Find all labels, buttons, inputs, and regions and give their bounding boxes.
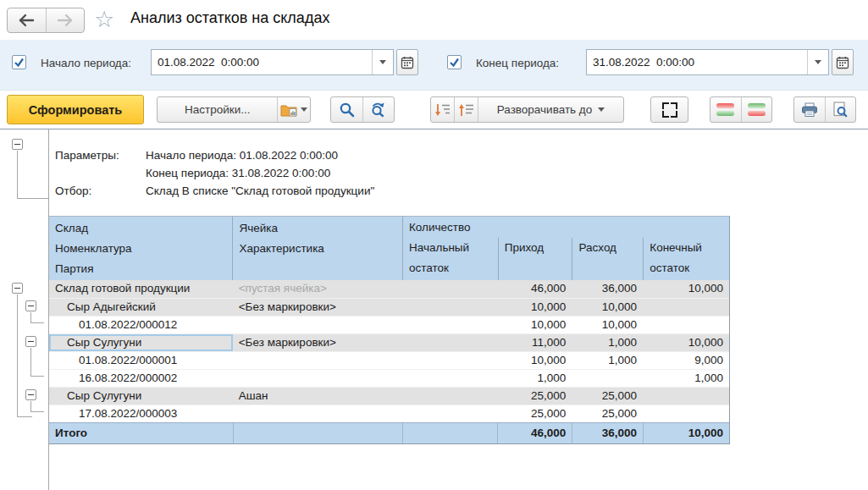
- cell-opening[interactable]: [402, 388, 497, 405]
- cell-closing[interactable]: [643, 388, 729, 405]
- start-period-calendar-button[interactable]: [396, 49, 418, 75]
- cell-opening[interactable]: [402, 405, 497, 422]
- cell-bin[interactable]: [233, 352, 403, 369]
- start-period-checkbox[interactable]: [12, 55, 26, 69]
- cell-inflow[interactable]: 1,000: [497, 370, 572, 387]
- table-row[interactable]: 16.08.2022/0000021,0001,000: [49, 369, 729, 387]
- print-preview-button[interactable]: [825, 97, 856, 122]
- settings-button[interactable]: Настройки...: [158, 97, 277, 122]
- tree-collapse-toggle-warehouse[interactable]: [12, 283, 23, 294]
- cell-bin[interactable]: [233, 317, 403, 333]
- total-outflow[interactable]: 36,000: [572, 423, 643, 443]
- forward-button[interactable]: [46, 8, 85, 32]
- search-next-button[interactable]: [362, 97, 395, 122]
- cell-closing[interactable]: 9,000: [643, 352, 729, 369]
- cell-opening[interactable]: [402, 334, 497, 351]
- cell-name[interactable]: Сыр Адыгейский: [49, 299, 233, 316]
- cell-opening[interactable]: [402, 370, 497, 387]
- end-period-input[interactable]: [587, 50, 807, 74]
- back-button[interactable]: [8, 8, 46, 32]
- cell-closing[interactable]: [643, 299, 729, 316]
- cell-inflow[interactable]: 25,000: [497, 388, 572, 405]
- expand-to-button[interactable]: Разворачивать до: [478, 97, 623, 122]
- table-row[interactable]: Сыр Сулугуни<Без маркировки>11,0001,0001…: [49, 333, 729, 351]
- cell-bin[interactable]: <Без маркировки>: [233, 299, 403, 316]
- end-period-checkbox[interactable]: [447, 55, 462, 69]
- cell-closing[interactable]: [643, 405, 729, 422]
- cell-bin[interactable]: [233, 370, 403, 387]
- cell-inflow[interactable]: 25,000: [497, 405, 572, 422]
- total-inflow[interactable]: 46,000: [497, 423, 572, 443]
- cell-name[interactable]: Склад готовой продукции: [49, 280, 233, 298]
- cell-inflow[interactable]: 46,000: [497, 280, 572, 298]
- total-opening[interactable]: [402, 423, 497, 443]
- cell-outflow[interactable]: [572, 370, 643, 387]
- cell-closing[interactable]: [643, 317, 729, 333]
- sort-asc-button[interactable]: [741, 97, 772, 122]
- table-row[interactable]: 01.08.2022/00000110,0001,0009,000: [49, 351, 729, 369]
- cell-opening[interactable]: [402, 280, 497, 298]
- cell-closing[interactable]: 10,000: [643, 334, 729, 351]
- tree-collapse-toggle-item-1[interactable]: [25, 300, 36, 311]
- sort-desc-button[interactable]: [710, 97, 741, 122]
- table-row[interactable]: Склад готовой продукции<пустая ячейка>46…: [49, 280, 729, 298]
- tree-collapse-toggle-params[interactable]: [12, 139, 23, 150]
- cell-bin[interactable]: Ашан: [233, 388, 403, 405]
- header-warehouse-column[interactable]: Склад Номенклатура Партия: [49, 217, 232, 280]
- table-row[interactable]: 01.08.2022/00001210,00010,000: [49, 316, 729, 333]
- cell-name[interactable]: 01.08.2022/000012: [49, 317, 233, 333]
- cell-outflow[interactable]: 36,000: [572, 280, 643, 298]
- cell-outflow[interactable]: 1,000: [572, 334, 643, 351]
- favorite-star-icon[interactable]: ☆: [94, 6, 114, 33]
- header-bin-column[interactable]: Ячейка Характеристика: [232, 217, 402, 280]
- cell-name[interactable]: 01.08.2022/000001: [49, 352, 233, 369]
- start-period-dropdown-button[interactable]: [372, 50, 393, 74]
- cell-inflow[interactable]: 10,000: [497, 299, 572, 316]
- cell-inflow[interactable]: 10,000: [497, 317, 572, 333]
- cell-outflow[interactable]: 10,000: [572, 317, 643, 333]
- tree-line: [30, 376, 44, 377]
- cell-name[interactable]: Сыр Сулугуни: [49, 388, 233, 405]
- cell-name[interactable]: Сыр Сулугуни: [49, 334, 233, 351]
- cell-name[interactable]: 17.08.2022/000003: [49, 405, 233, 422]
- cell-opening[interactable]: [402, 352, 497, 369]
- cell-outflow[interactable]: 25,000: [572, 405, 643, 422]
- cell-opening[interactable]: [402, 317, 497, 333]
- cell-name[interactable]: 16.08.2022/000002: [49, 370, 233, 387]
- header-closing-balance[interactable]: Конечный остаток: [643, 238, 729, 280]
- start-period-input[interactable]: [152, 50, 372, 74]
- total-bin[interactable]: [233, 423, 403, 443]
- cell-closing[interactable]: 10,000: [643, 280, 729, 298]
- cell-bin[interactable]: <Без маркировки>: [233, 334, 403, 351]
- table-row[interactable]: Сыр Адыгейский<Без маркировки>10,00010,0…: [49, 298, 729, 316]
- generate-button[interactable]: Сформировать: [7, 95, 144, 124]
- tree-collapse-toggle-item-3[interactable]: [25, 389, 36, 400]
- total-label[interactable]: Итого: [49, 423, 233, 443]
- table-row[interactable]: Сыр СулугуниАшан25,00025,000: [49, 387, 729, 405]
- header-outflow[interactable]: Расход: [572, 238, 643, 280]
- cell-outflow[interactable]: 10,000: [572, 299, 643, 316]
- search-button[interactable]: [331, 97, 362, 122]
- tree-collapse-toggle-item-2[interactable]: [25, 336, 36, 347]
- collapse-groups-button[interactable]: [454, 97, 478, 122]
- total-closing[interactable]: 10,000: [643, 423, 729, 443]
- cell-bin[interactable]: <пустая ячейка>: [233, 280, 403, 298]
- table-row[interactable]: 17.08.2022/00000325,00025,000: [49, 405, 729, 422]
- cell-outflow[interactable]: 25,000: [572, 388, 643, 405]
- table-total-row[interactable]: Итого 46,000 36,000 10,000: [49, 422, 729, 443]
- print-button[interactable]: [794, 97, 825, 122]
- cell-closing[interactable]: 1,000: [643, 370, 729, 387]
- cell-opening[interactable]: [402, 299, 497, 316]
- cell-inflow[interactable]: 11,000: [497, 334, 572, 351]
- end-period-dropdown-button[interactable]: [807, 50, 828, 74]
- fullscreen-button[interactable]: [650, 96, 688, 123]
- cell-outflow[interactable]: 1,000: [572, 352, 643, 369]
- end-period-calendar-button[interactable]: [832, 49, 854, 75]
- header-quantity-group[interactable]: Количество Начальный остаток Приход Расх…: [402, 217, 729, 280]
- expand-groups-button[interactable]: [431, 97, 454, 122]
- report-variants-button[interactable]: [277, 97, 310, 122]
- cell-bin[interactable]: [233, 405, 403, 422]
- header-inflow[interactable]: Приход: [498, 238, 572, 280]
- cell-inflow[interactable]: 10,000: [497, 352, 572, 369]
- header-opening-balance[interactable]: Начальный остаток: [403, 238, 498, 280]
